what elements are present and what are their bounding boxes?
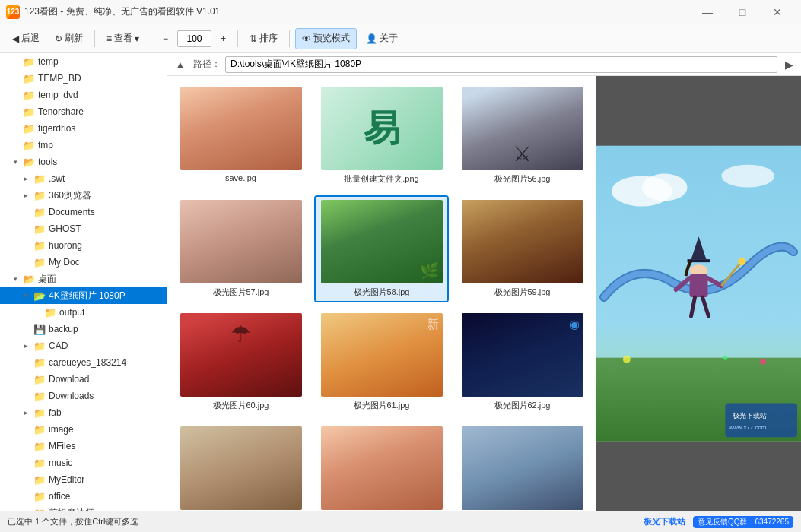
sidebar-label-downloads: Downloads xyxy=(49,391,94,401)
thumb-image-0 xyxy=(180,87,302,170)
folder-icon-myeditor: 📁 xyxy=(33,474,46,486)
sidebar-item-temp_dvd[interactable]: 📁temp_dvd xyxy=(0,87,167,103)
folder-icon-cad: 📁 xyxy=(33,340,46,352)
svg-text:极光下载站: 极光下载站 xyxy=(732,412,767,420)
file-item-11[interactable]: 极光图片65.jpg xyxy=(455,422,590,511)
sidebar-item-temp[interactable]: 📁temp xyxy=(0,53,167,70)
sidebar-label-mfiles: MFiles xyxy=(49,441,75,451)
sort-icon: ⇅ xyxy=(250,33,257,44)
minimize-button[interactable]: — xyxy=(690,0,725,24)
thumb-label-7: 极光图片61.jpg xyxy=(354,400,410,411)
thumb-image-6: ☂ xyxy=(180,313,302,397)
folder-icon-temp_bd: 📁 xyxy=(23,73,35,84)
sidebar-item-fab[interactable]: ▸📁fab xyxy=(0,404,167,421)
about-button[interactable]: 👤 关于 xyxy=(360,28,404,49)
preview-mode-button[interactable]: 👁 预览模式 xyxy=(295,28,357,49)
tree-toggle-desktop: ▾ xyxy=(11,274,20,283)
sidebar-label-tigerdrios: tigerdrios xyxy=(38,123,75,134)
path-label: 路径： xyxy=(193,58,221,71)
sidebar-item-desktop[interactable]: ▾📂桌面 xyxy=(0,271,167,287)
sidebar-label-backup: backup xyxy=(49,324,78,334)
sidebar-label-huorong: huorong xyxy=(49,240,82,251)
sidebar-item-mydoc[interactable]: 📁My Doc xyxy=(0,254,167,271)
path-up-button[interactable]: ▲ xyxy=(172,56,189,73)
thumb-label-2: 极光图片56.jpg xyxy=(494,173,551,185)
zoom-input[interactable] xyxy=(177,30,211,47)
sidebar-item-documents[interactable]: 📁Documents xyxy=(0,204,167,220)
sidebar-label-swt: .swt xyxy=(49,173,65,184)
thumb-image-2: ⚔ xyxy=(462,87,583,170)
file-item-2[interactable]: ⚔极光图片56.jpg xyxy=(455,82,590,189)
sidebar-item-browser360[interactable]: ▸📁360浏览器 xyxy=(0,187,167,204)
svg-point-16 xyxy=(760,359,766,365)
sidebar-item-tmp[interactable]: 📁tmp xyxy=(0,137,167,154)
tree-toggle-cad: ▸ xyxy=(21,341,30,350)
zoom-in-button[interactable]: + xyxy=(215,28,232,49)
folder-icon-office: 📁 xyxy=(33,491,46,502)
tree-toggle-temp_bd xyxy=(11,74,20,83)
sidebar-item-tigerdrios[interactable]: 📁tigerdrios xyxy=(0,120,167,137)
refresh-button[interactable]: ↻ 刷新 xyxy=(49,28,89,49)
file-item-4[interactable]: 🌿极光图片58.jpg xyxy=(314,195,449,302)
sidebar-item-careueyes[interactable]: 📁careueyes_183214 xyxy=(0,354,167,371)
file-item-9[interactable]: 极光图片63.jpg xyxy=(173,422,308,511)
folder-icon-ghost: 📁 xyxy=(33,223,46,235)
file-item-6[interactable]: ☂极光图片60.jpg xyxy=(173,309,308,416)
sidebar-item-temp_bd[interactable]: 📁TEMP_BD xyxy=(0,70,167,87)
sidebar-item-ghost[interactable]: 📁GHOST xyxy=(0,220,167,237)
title-bar-left: 123 123看图 - 免费、纯净、无广告的看图软件 V1.01 xyxy=(6,5,220,19)
file-grid: save.jpg易批量创建文件夹.png⚔极光图片56.jpg极光图片57.jp… xyxy=(173,82,590,505)
sidebar-item-downloads[interactable]: 📁Downloads xyxy=(0,388,167,404)
brand-name: 极光下载站 xyxy=(644,516,685,527)
file-item-3[interactable]: 极光图片57.jpg xyxy=(173,195,308,302)
close-button[interactable]: ✕ xyxy=(760,0,795,24)
sort-button[interactable]: ⇅ 排序 xyxy=(243,28,284,49)
sidebar-item-myeditor[interactable]: 📁MyEditor xyxy=(0,471,167,488)
sidebar[interactable]: 📁temp📁TEMP_BD📁temp_dvd📁Tenorshare📁tigerd… xyxy=(0,53,167,511)
folder-icon-desktop: 📂 xyxy=(23,274,35,285)
path-input[interactable] xyxy=(225,56,777,73)
view-button[interactable]: ≡ 查看 ▾ xyxy=(100,28,145,49)
file-item-0[interactable]: save.jpg xyxy=(173,82,308,189)
folder-icon-mydoc: 📁 xyxy=(33,257,46,268)
folder-icon-huorong: 📁 xyxy=(33,240,46,252)
file-item-10[interactable]: 极光图片64.jpg xyxy=(314,422,449,511)
separator-1 xyxy=(94,30,95,47)
tree-toggle-browser360: ▸ xyxy=(21,191,30,200)
sidebar-item-office[interactable]: 📁office xyxy=(0,488,167,505)
sidebar-item-mfiles[interactable]: 📁MFiles xyxy=(0,438,167,454)
sidebar-item-download[interactable]: 📁Download xyxy=(0,371,167,388)
sidebar-item-backup[interactable]: 💾backup xyxy=(0,321,167,337)
app-icon: 123 xyxy=(6,5,20,19)
sidebar-item-4k_wallpaper[interactable]: ▾📂4K壁纸图片 1080P xyxy=(0,287,167,304)
folder-icon-tmp: 📁 xyxy=(23,140,35,151)
eye-icon: 👁 xyxy=(302,33,311,44)
separator-4 xyxy=(289,30,290,47)
maximize-button[interactable]: □ xyxy=(725,0,760,24)
sidebar-item-swt[interactable]: ▸📁.swt xyxy=(0,170,167,187)
sidebar-item-output[interactable]: 📁output xyxy=(0,304,167,321)
svg-point-14 xyxy=(738,258,745,265)
sidebar-item-cad[interactable]: ▸📁CAD xyxy=(0,337,167,354)
file-item-5[interactable]: 极光图片59.jpg xyxy=(455,195,590,302)
sidebar-item-magic_cut[interactable]: 📁剪辑魔法师 xyxy=(0,505,167,511)
folder-icon-tools: 📂 xyxy=(23,157,35,168)
sidebar-item-image[interactable]: 📁image xyxy=(0,421,167,438)
file-item-8[interactable]: ◉极光图片62.jpg xyxy=(455,309,590,416)
separator-2 xyxy=(151,30,151,47)
sidebar-item-huorong[interactable]: 📁huorong xyxy=(0,237,167,254)
svg-text:www.x77.com: www.x77.com xyxy=(728,424,767,431)
file-item-7[interactable]: 新极光图片61.jpg xyxy=(314,309,449,416)
back-button[interactable]: ◀ 后退 xyxy=(6,28,46,49)
tree-toggle-music xyxy=(21,458,30,467)
folder-icon-temp_dvd: 📁 xyxy=(23,90,35,101)
zoom-out-button[interactable]: − xyxy=(157,28,174,49)
sidebar-item-tools[interactable]: ▾📂tools xyxy=(0,154,167,170)
tree-toggle-4k_wallpaper: ▾ xyxy=(21,291,30,300)
path-forward-icon[interactable]: ▶ xyxy=(782,57,796,72)
sidebar-item-music[interactable]: 📁music xyxy=(0,454,167,471)
sidebar-item-tenorshare[interactable]: 📁Tenorshare xyxy=(0,103,167,120)
thumb-image-11 xyxy=(462,426,583,510)
file-item-1[interactable]: 易批量创建文件夹.png xyxy=(314,82,449,189)
sidebar-label-temp_bd: TEMP_BD xyxy=(38,73,81,84)
